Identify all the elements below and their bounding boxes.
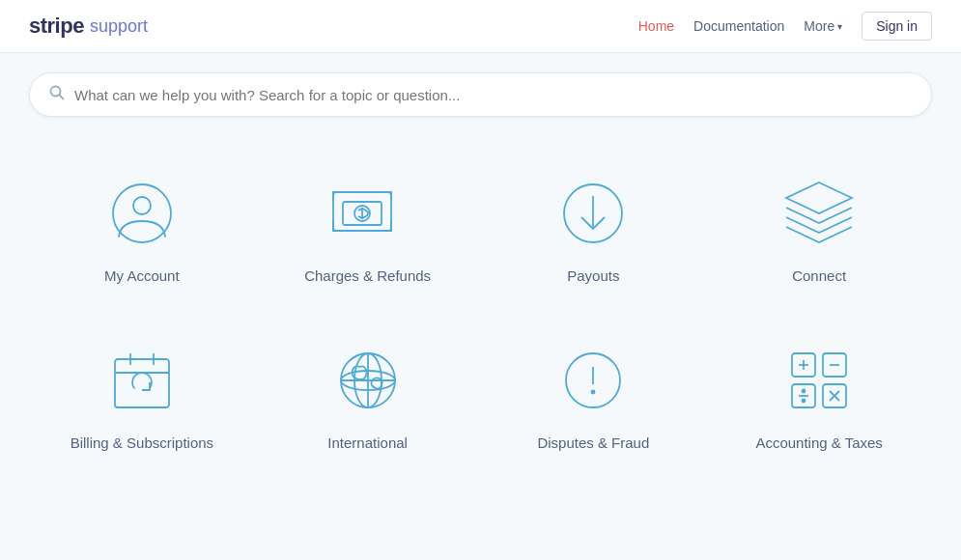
category-international[interactable]: International xyxy=(255,313,481,480)
category-payouts[interactable]: Payouts xyxy=(481,146,707,313)
category-charges-refunds[interactable]: Charges & Refunds xyxy=(255,146,481,313)
payouts-icon xyxy=(554,175,632,252)
billing-icon xyxy=(103,342,181,419)
svg-point-31 xyxy=(803,400,806,403)
connect-label: Connect xyxy=(792,267,846,284)
svg-point-0 xyxy=(51,87,61,97)
my-account-icon xyxy=(103,175,181,252)
accounting-label: Accounting & Taxes xyxy=(755,434,882,451)
category-my-account[interactable]: My Account xyxy=(29,146,255,313)
svg-point-22 xyxy=(592,391,595,394)
svg-rect-11 xyxy=(115,359,169,407)
billing-label: Billing & Subscriptions xyxy=(71,434,213,451)
accounting-icon xyxy=(780,342,858,419)
my-account-label: My Account xyxy=(104,267,180,284)
nav-home[interactable]: Home xyxy=(638,18,674,34)
svg-point-2 xyxy=(113,184,171,242)
svg-line-1 xyxy=(60,96,65,100)
category-accounting-taxes[interactable]: Accounting & Taxes xyxy=(706,313,932,480)
logo: stripe support xyxy=(29,14,148,39)
header: stripe support Home Documentation More ▾… xyxy=(0,0,961,53)
international-icon xyxy=(329,342,407,419)
charges-refunds-label: Charges & Refunds xyxy=(304,267,431,284)
disputes-icon xyxy=(554,342,632,419)
chevron-down-icon: ▾ xyxy=(837,21,842,32)
logo-stripe: stripe xyxy=(29,14,84,39)
header-nav: Home Documentation More ▾ Sign in xyxy=(638,12,932,41)
svg-marker-10 xyxy=(786,182,852,213)
international-label: International xyxy=(327,434,408,451)
svg-point-3 xyxy=(133,197,151,214)
search-icon xyxy=(49,85,65,104)
payouts-label: Payouts xyxy=(567,267,619,284)
category-disputes-fraud[interactable]: Disputes & Fraud xyxy=(481,313,707,480)
nav-documentation[interactable]: Documentation xyxy=(693,18,784,34)
categories-grid: My Account Charges & Refunds xyxy=(0,126,961,509)
charges-refunds-icon xyxy=(329,175,407,252)
svg-point-30 xyxy=(803,390,806,393)
nav-more[interactable]: More ▾ xyxy=(804,18,842,34)
search-section xyxy=(0,53,961,126)
disputes-label: Disputes & Fraud xyxy=(537,434,649,451)
category-billing-subscriptions[interactable]: Billing & Subscriptions xyxy=(29,313,255,480)
logo-support: support xyxy=(90,16,148,37)
connect-icon xyxy=(780,175,858,252)
category-connect[interactable]: Connect xyxy=(706,146,932,313)
search-bar xyxy=(29,72,932,117)
sign-in-button[interactable]: Sign in xyxy=(862,12,932,41)
search-input[interactable] xyxy=(74,87,912,103)
